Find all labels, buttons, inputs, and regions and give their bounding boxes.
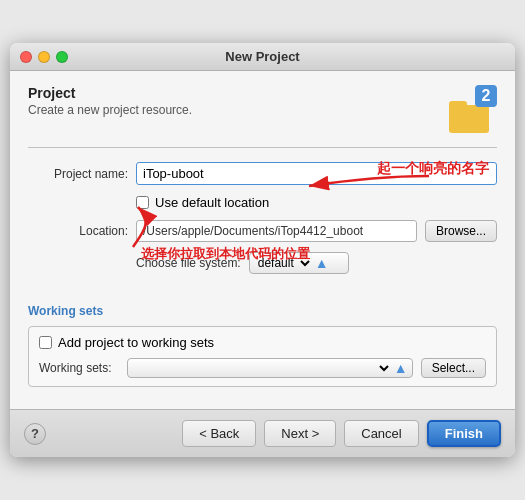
cancel-button[interactable]: Cancel bbox=[344, 420, 418, 447]
minimize-button[interactable] bbox=[38, 51, 50, 63]
titlebar: New Project bbox=[10, 43, 515, 71]
header-text: Project Create a new project resource. bbox=[28, 85, 192, 117]
filesystem-row: Choose file system: default ▲ bbox=[28, 252, 497, 274]
default-location-row: Use default location bbox=[28, 195, 497, 210]
working-sets-label: Working sets: bbox=[39, 361, 127, 375]
working-sets-title: Working sets bbox=[28, 304, 497, 318]
section-subtitle: Create a new project resource. bbox=[28, 103, 192, 117]
section-title: Project bbox=[28, 85, 192, 101]
working-sets-content: Add project to working sets Working sets… bbox=[28, 326, 497, 387]
add-to-working-sets-checkbox[interactable] bbox=[39, 336, 52, 349]
filesystem-select[interactable]: default bbox=[254, 255, 313, 271]
location-label: Location: bbox=[28, 224, 128, 238]
content-area: Project Create a new project resource. 2… bbox=[10, 71, 515, 409]
divider bbox=[28, 147, 497, 148]
project-name-section: Project name: 起一个响亮的名字 bbox=[28, 162, 497, 185]
footer: ? < Back Next > Cancel Finish bbox=[10, 409, 515, 457]
filesystem-select-wrapper[interactable]: default ▲ bbox=[249, 252, 349, 274]
working-sets-select[interactable] bbox=[132, 360, 392, 376]
folder-body bbox=[449, 105, 489, 133]
step-badge: 2 bbox=[475, 85, 497, 107]
close-button[interactable] bbox=[20, 51, 32, 63]
finish-button[interactable]: Finish bbox=[427, 420, 501, 447]
working-sets-section: Working sets Add project to working sets… bbox=[28, 304, 497, 387]
header-row: Project Create a new project resource. 2 bbox=[28, 85, 497, 133]
working-sets-add-row: Add project to working sets bbox=[39, 335, 486, 350]
project-name-label: Project name: bbox=[28, 167, 128, 181]
window-title: New Project bbox=[225, 49, 299, 64]
traffic-lights bbox=[20, 51, 68, 63]
use-default-checkbox[interactable] bbox=[136, 196, 149, 209]
working-sets-select-button[interactable]: Select... bbox=[421, 358, 486, 378]
location-row: Location: Browse... bbox=[28, 220, 497, 242]
filesystem-label: Choose file system: bbox=[136, 256, 241, 270]
location-section: Location: Browse... 选择你拉取到本地代码的位置 bbox=[28, 220, 497, 242]
select-arrow-icon: ▲ bbox=[315, 255, 329, 271]
back-button[interactable]: < Back bbox=[182, 420, 256, 447]
project-name-input[interactable] bbox=[136, 162, 497, 185]
project-name-row: Project name: bbox=[28, 162, 497, 185]
working-sets-input-row: Working sets: ▲ Select... bbox=[39, 358, 486, 378]
use-default-label: Use default location bbox=[155, 195, 269, 210]
add-to-working-sets-label: Add project to working sets bbox=[58, 335, 214, 350]
footer-left: ? bbox=[24, 423, 46, 445]
new-project-window: New Project Project Create a new project… bbox=[10, 43, 515, 457]
next-button[interactable]: Next > bbox=[264, 420, 336, 447]
working-sets-select-wrapper[interactable]: ▲ bbox=[127, 358, 413, 378]
browse-button[interactable]: Browse... bbox=[425, 220, 497, 242]
step-icon: 2 bbox=[449, 85, 497, 133]
location-input[interactable] bbox=[136, 220, 417, 242]
maximize-button[interactable] bbox=[56, 51, 68, 63]
footer-right: < Back Next > Cancel Finish bbox=[182, 420, 501, 447]
help-button[interactable]: ? bbox=[24, 423, 46, 445]
working-sets-arrow-icon: ▲ bbox=[394, 360, 408, 376]
